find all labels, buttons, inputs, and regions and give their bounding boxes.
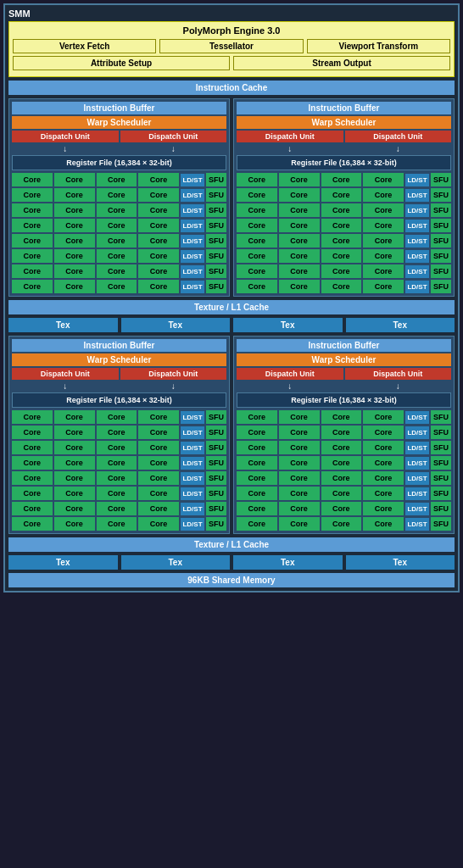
tex-top-1: Tex: [8, 318, 118, 332]
sfu: SFU: [206, 517, 226, 531]
sfu: SFU: [206, 441, 226, 454]
ldst: LD/ST: [181, 220, 204, 232]
ws-bottom-right: Warp Scheduler: [237, 353, 451, 366]
core: Core: [279, 456, 320, 470]
core: Core: [321, 234, 362, 248]
core: Core: [54, 456, 95, 470]
ldst: LD/ST: [405, 265, 429, 278]
sfu: SFU: [431, 426, 451, 439]
core: Core: [54, 502, 95, 515]
core-row: Core Core Core Core LD/ST SFU: [12, 249, 226, 263]
core: Core: [138, 426, 179, 439]
sfu: SFU: [206, 203, 226, 217]
core: Core: [138, 219, 179, 232]
dispatch-row-top-left: Dispatch Unit Dispatch Unit: [12, 131, 226, 142]
sfu: SFU: [206, 487, 226, 500]
reg-file-bottom-right: Register File (16,384 × 32-bit): [237, 392, 451, 408]
core: Core: [12, 487, 53, 500]
core: Core: [12, 219, 53, 232]
core: Core: [363, 264, 404, 278]
core: Core: [279, 203, 320, 217]
core: Core: [97, 249, 137, 263]
arrow-row-bottom-left: ↓ ↓: [12, 381, 226, 391]
ldst: LD/ST: [405, 411, 429, 424]
ldst: LD/ST: [181, 204, 204, 217]
core: Core: [138, 441, 179, 454]
core: Core: [321, 471, 362, 485]
ldst: LD/ST: [405, 250, 429, 263]
sfu: SFU: [206, 471, 226, 485]
sfu: SFU: [206, 410, 226, 424]
sfu: SFU: [206, 173, 226, 186]
core: Core: [12, 249, 53, 263]
core-row: Core Core Core Core LD/ST SFU: [237, 517, 451, 531]
tex-row-bottom: Tex Tex Tex Tex: [8, 555, 455, 570]
core: Core: [237, 502, 277, 515]
smm-container: SMM PolyMorph Engine 3.0 Vertex Fetch Te…: [3, 3, 460, 593]
core: Core: [97, 234, 137, 248]
core: Core: [54, 219, 95, 232]
core: Core: [54, 234, 95, 248]
sfu: SFU: [431, 264, 451, 278]
core-row: Core Core Core Core LD/ST SFU: [12, 487, 226, 500]
core: Core: [12, 441, 53, 454]
core: Core: [237, 249, 277, 263]
core: Core: [321, 426, 362, 439]
dispatch-unit-bl-2: Dispatch Unit: [120, 368, 227, 380]
core: Core: [138, 502, 179, 515]
core: Core: [237, 188, 277, 202]
sfu: SFU: [206, 188, 226, 202]
core-grid-top-right: Core Core Core Core LD/ST SFU Core Core …: [237, 173, 451, 293]
core: Core: [138, 173, 179, 186]
core: Core: [97, 173, 137, 186]
sfu: SFU: [431, 234, 451, 248]
ldst: LD/ST: [181, 518, 204, 531]
core: Core: [237, 219, 277, 232]
core: Core: [12, 517, 53, 531]
pm-row-1: Vertex Fetch Tessellator Viewport Transf…: [13, 39, 450, 53]
core: Core: [363, 410, 404, 424]
core: Core: [12, 426, 53, 439]
ldst: LD/ST: [181, 472, 204, 485]
reg-file-top-left: Register File (16,384 × 32-bit): [12, 155, 226, 170]
core: Core: [12, 234, 53, 248]
core: Core: [97, 471, 137, 485]
core: Core: [321, 502, 362, 515]
sfu: SFU: [431, 456, 451, 470]
dispatch-unit-bl-1: Dispatch Unit: [12, 368, 119, 380]
core: Core: [97, 188, 137, 202]
core: Core: [363, 471, 404, 485]
core: Core: [138, 264, 179, 278]
core: Core: [138, 456, 179, 470]
core: Core: [97, 487, 137, 500]
dispatch-unit-tr-2: Dispatch Unit: [345, 131, 452, 142]
core: Core: [321, 249, 362, 263]
smm-title: SMM: [8, 8, 455, 19]
core-row: Core Core Core Core LD/ST SFU: [12, 173, 226, 186]
core-row: Core Core Core Core LD/ST SFU: [237, 249, 451, 263]
core: Core: [237, 280, 277, 293]
tex-row-top: Tex Tex Tex Tex: [8, 318, 455, 332]
ldst: LD/ST: [181, 189, 204, 202]
core: Core: [279, 219, 320, 232]
sfu: SFU: [206, 219, 226, 232]
core: Core: [321, 456, 362, 470]
core: Core: [54, 280, 95, 293]
core: Core: [12, 188, 53, 202]
instruction-cache-top: Instruction Cache: [8, 81, 455, 95]
ib-bottom-right: Instruction Buffer: [237, 339, 451, 352]
core-row: Core Core Core Core LD/ST SFU: [12, 203, 226, 217]
core-row: Core Core Core Core LD/ST SFU: [12, 410, 226, 424]
core: Core: [321, 219, 362, 232]
sfu: SFU: [431, 219, 451, 232]
core: Core: [321, 441, 362, 454]
core: Core: [363, 426, 404, 439]
ldst: LD/ST: [405, 281, 429, 293]
ib-top-left: Instruction Buffer: [12, 102, 226, 114]
sfu: SFU: [431, 487, 451, 500]
sm-top-left: Instruction Buffer Warp Scheduler Dispat…: [8, 98, 230, 297]
core: Core: [138, 471, 179, 485]
core: Core: [279, 280, 320, 293]
core: Core: [97, 456, 137, 470]
sfu: SFU: [206, 234, 226, 248]
